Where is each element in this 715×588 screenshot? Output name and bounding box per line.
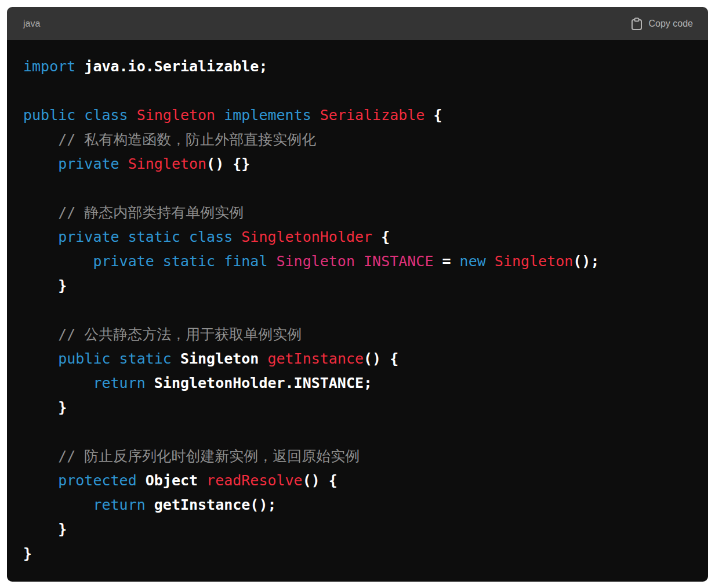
code-line: return getInstance(); xyxy=(23,496,277,513)
code-line: return SingletonHolder.INSTANCE; xyxy=(23,375,372,391)
code-line: } xyxy=(23,399,67,416)
clipboard-icon xyxy=(631,17,643,30)
code-line: public class Singleton implements Serial… xyxy=(23,107,442,124)
code-line: // 公共静态方法，用于获取单例实例 xyxy=(23,326,302,343)
code-block-header: java Copy code xyxy=(7,7,708,40)
code-line: protected Object readResolve() { xyxy=(23,472,337,489)
code-line: private Singleton() {} xyxy=(23,155,250,172)
code-line: } xyxy=(23,277,67,294)
code-lines: import java.io.Serializable; public clas… xyxy=(23,58,599,562)
code-body: import java.io.Serializable; public clas… xyxy=(7,40,708,582)
code-line: // 静态内部类持有单例实例 xyxy=(23,204,244,221)
code-content: import java.io.Serializable; public clas… xyxy=(23,55,692,566)
page-background: { "code_block": { "language_label": "jav… xyxy=(0,0,715,588)
code-line: } xyxy=(23,521,67,538)
copy-code-label: Copy code xyxy=(649,19,694,28)
copy-code-button[interactable]: Copy code xyxy=(631,17,694,30)
code-line: private static final Singleton INSTANCE … xyxy=(23,253,599,270)
code-line: private static class SingletonHolder { xyxy=(23,228,390,245)
code-line: // 防止反序列化时创建新实例，返回原始实例 xyxy=(23,448,360,464)
code-line: } xyxy=(23,545,32,562)
code-block: java Copy code import java.io.Serializab… xyxy=(7,7,708,582)
code-language-label: java xyxy=(23,19,40,28)
code-line: import java.io.Serializable; xyxy=(23,58,267,75)
code-line: public static Singleton getInstance() { xyxy=(23,350,398,367)
code-line: // 私有构造函数，防止外部直接实例化 xyxy=(23,131,316,148)
